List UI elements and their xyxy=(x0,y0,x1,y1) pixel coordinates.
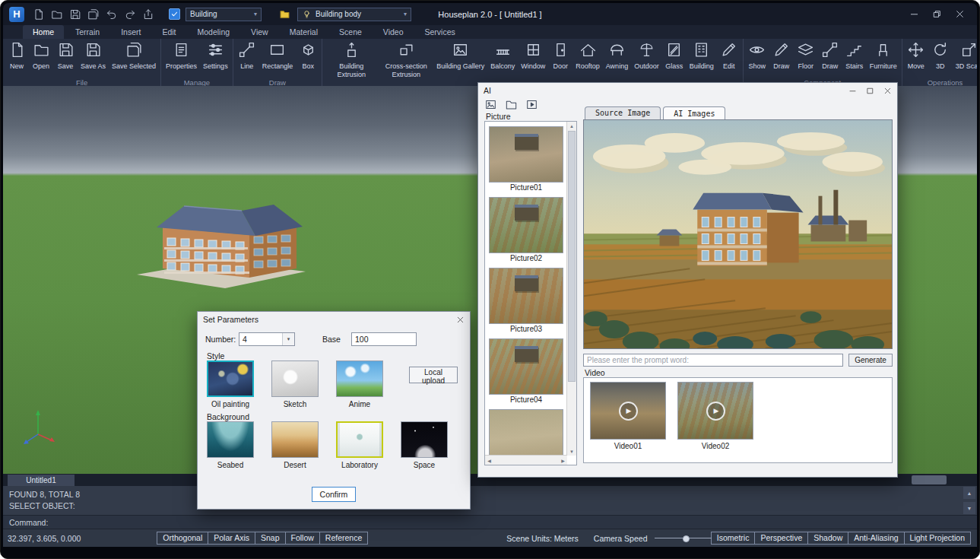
undo-icon[interactable] xyxy=(106,8,118,21)
save-all-icon[interactable] xyxy=(87,8,100,21)
picture-list-hscrollbar[interactable]: ◀ ▶ xyxy=(485,455,567,465)
ribbon-button-draw[interactable]: Draw xyxy=(818,40,842,71)
scroll-right-icon[interactable]: ▶ xyxy=(559,456,567,465)
picture-thumb-picture03[interactable] xyxy=(489,268,563,324)
style-thumb-oil-painting[interactable] xyxy=(207,360,254,397)
ribbon-button-properties[interactable]: Properties xyxy=(163,40,200,71)
toggle-anti-aliasing[interactable]: Anti-Aliasing xyxy=(848,532,904,545)
close-button[interactable] xyxy=(955,9,965,19)
ribbon-button-glass[interactable]: Glass xyxy=(662,40,687,71)
layer-select[interactable]: Building ▾ xyxy=(186,8,262,21)
scroll-up-icon[interactable]: ▲ xyxy=(963,487,975,499)
ribbon-button-settings[interactable]: Settings xyxy=(200,40,231,71)
picture-thumb-picture05[interactable] xyxy=(489,409,563,456)
redo-icon[interactable] xyxy=(124,8,136,21)
tab-modeling[interactable]: Modeling xyxy=(187,25,239,39)
scroll-down-icon[interactable]: ▼ xyxy=(567,447,576,456)
scroll-left-icon[interactable]: ◀ xyxy=(485,456,493,465)
new-file-icon[interactable] xyxy=(33,8,45,21)
ribbon-button-rectangle[interactable]: Rectangle xyxy=(259,40,297,71)
background-thumb-seabed[interactable] xyxy=(207,421,254,458)
ribbon-button-building[interactable]: Building xyxy=(687,40,717,71)
new-image-icon[interactable] xyxy=(484,98,497,111)
ribbon-button-new[interactable]: New xyxy=(5,40,29,71)
ribbon-button-awning[interactable]: Awning xyxy=(603,40,631,71)
dialog-maximize-button[interactable] xyxy=(866,87,874,95)
ribbon-button-draw[interactable]: Draw xyxy=(769,40,794,71)
tab-view[interactable]: View xyxy=(241,25,278,39)
dialog-close-button[interactable] xyxy=(456,316,465,324)
export-video-icon[interactable] xyxy=(525,98,538,111)
toggle-perspective[interactable]: Perspective xyxy=(754,532,808,545)
ribbon-button-furniture[interactable]: Furniture xyxy=(867,40,900,71)
tab-edit[interactable]: Edit xyxy=(152,25,186,39)
ribbon-button-window[interactable]: Window xyxy=(518,40,548,71)
picture-list-vscrollbar[interactable]: ▲ ▼ xyxy=(566,122,576,456)
toggle-follow[interactable]: Follow xyxy=(285,532,320,545)
minimize-button[interactable] xyxy=(909,9,919,19)
camera-speed-slider[interactable] xyxy=(655,535,711,542)
ribbon-button-cross-section-extrusion[interactable]: Cross-section Extrusion xyxy=(379,40,433,79)
base-input[interactable] xyxy=(351,332,417,346)
video-thumb-video01[interactable]: ▶ xyxy=(590,382,666,440)
building-body-select[interactable]: Building body ▾ xyxy=(297,8,411,21)
ribbon-button-floor[interactable]: Floor xyxy=(794,40,818,71)
tab-home[interactable]: Home xyxy=(23,25,64,39)
maximize-button[interactable] xyxy=(932,9,942,19)
scrollbar-thumb[interactable] xyxy=(568,131,576,382)
ribbon-button-move[interactable]: Move xyxy=(904,40,928,71)
background-thumb-space[interactable] xyxy=(401,421,448,458)
ribbon-button-balcony[interactable]: Balcony xyxy=(487,40,518,71)
ribbon-button-door[interactable]: Door xyxy=(548,40,572,71)
toggle-polar-axis[interactable]: Polar Axis xyxy=(208,532,255,545)
picture-thumb-picture01[interactable] xyxy=(489,126,563,183)
layer-checkbox[interactable] xyxy=(169,8,180,20)
ribbon-button-outdoor[interactable]: Outdoor xyxy=(631,40,662,71)
tab-material[interactable]: Material xyxy=(280,25,328,39)
command-input-row[interactable]: Command: xyxy=(3,515,977,529)
ribbon-button-3d-scale[interactable]: 3D Scale xyxy=(953,40,977,71)
toggle-light-projection[interactable]: Light Projection xyxy=(904,532,971,545)
ribbon-button-building-gallery[interactable]: Building Gallery xyxy=(433,40,487,71)
tab-video[interactable]: Video xyxy=(373,25,414,39)
toggle-orthogonal[interactable]: Orthogonal xyxy=(157,532,208,545)
scroll-down-icon[interactable]: ▼ xyxy=(963,502,975,514)
ribbon-button-rooftop[interactable]: Rooftop xyxy=(572,40,603,71)
tab-services[interactable]: Services xyxy=(415,25,465,39)
toggle-isometric[interactable]: Isometric xyxy=(711,532,756,545)
generate-button[interactable]: Generate xyxy=(848,354,893,367)
open-file-icon[interactable] xyxy=(505,98,518,111)
ribbon-button-line[interactable]: Line xyxy=(235,40,259,71)
number-select[interactable]: 4 ▾ xyxy=(239,332,295,346)
ribbon-button-show[interactable]: Show xyxy=(745,40,769,71)
ribbon-button-save[interactable]: Save xyxy=(53,40,78,71)
toggle-snap[interactable]: Snap xyxy=(255,532,286,545)
save-icon[interactable] xyxy=(69,8,81,21)
background-thumb-desert[interactable] xyxy=(271,421,319,458)
local-upload-button[interactable]: Local upload xyxy=(409,367,458,383)
toggle-shadow[interactable]: Shadow xyxy=(807,532,848,545)
style-thumb-sketch[interactable] xyxy=(271,360,319,397)
tab-insert[interactable]: Insert xyxy=(111,25,151,39)
ribbon-button-save-as[interactable]: Save As xyxy=(78,40,109,71)
ribbon-button-building-extrusion[interactable]: Building Extrusion xyxy=(324,40,379,79)
ribbon-button-open[interactable]: Open xyxy=(29,40,53,71)
building-model[interactable] xyxy=(134,189,307,297)
ribbon-button-edit[interactable]: Edit xyxy=(717,40,741,71)
confirm-button[interactable]: Confirm xyxy=(312,487,356,502)
picture-thumb-picture04[interactable] xyxy=(489,338,563,395)
prompt-input[interactable] xyxy=(583,354,843,367)
ai-tab-ai-images[interactable]: AI Images xyxy=(663,106,725,120)
background-thumb-laboratory[interactable] xyxy=(336,421,383,458)
style-thumb-anime[interactable] xyxy=(336,360,383,397)
picture-thumb-picture02[interactable] xyxy=(489,197,563,253)
video-thumb-video02[interactable]: ▶ xyxy=(677,382,753,440)
share-icon[interactable] xyxy=(142,8,154,21)
ribbon-button-save-selected[interactable]: Save Selected xyxy=(109,40,159,71)
dialog-close-button[interactable] xyxy=(883,87,892,95)
slider-handle[interactable] xyxy=(683,535,690,542)
ribbon-button-3d[interactable]: 3D xyxy=(928,40,953,71)
ribbon-button-stairs[interactable]: Stairs xyxy=(842,40,867,71)
viewport-hscrollbar[interactable] xyxy=(912,475,947,484)
open-folder-icon[interactable] xyxy=(51,8,63,21)
